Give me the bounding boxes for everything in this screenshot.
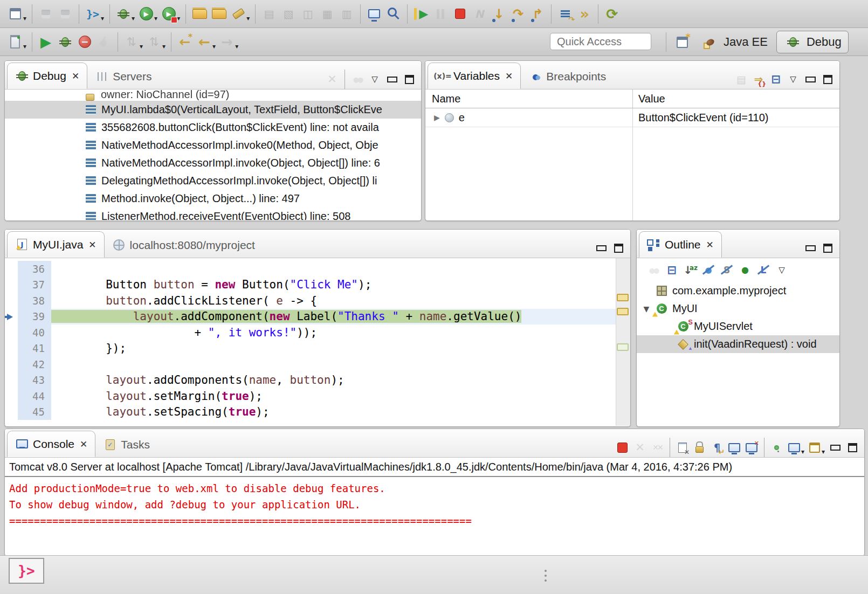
- code-cell[interactable]: Button button = new Button("Click Me");: [51, 277, 630, 293]
- line-number[interactable]: 39: [18, 309, 51, 325]
- new-wizard-icon[interactable]: [5, 4, 25, 24]
- annotation-margin[interactable]: [5, 341, 18, 357]
- outline-item[interactable]: MyUIServlet: [637, 317, 839, 335]
- maximize-icon[interactable]: [610, 238, 627, 258]
- perspective-debug[interactable]: Debug: [776, 31, 849, 53]
- tab-variables[interactable]: Variables ✕: [428, 63, 521, 89]
- export-war-icon[interactable]: [209, 4, 229, 24]
- view-menu-icon[interactable]: [784, 70, 802, 89]
- show-stdout-icon[interactable]: [726, 438, 743, 457]
- code-cell[interactable]: [51, 261, 630, 277]
- last-edit-location-icon[interactable]: [175, 32, 195, 52]
- instruction-pointer-icon[interactable]: [7, 314, 13, 320]
- terminate-icon[interactable]: [450, 4, 470, 24]
- minimize-icon[interactable]: [593, 238, 610, 258]
- close-icon[interactable]: ✕: [88, 239, 96, 250]
- debug-server-icon[interactable]: [56, 32, 75, 52]
- tab-servers[interactable]: Servers: [87, 64, 159, 89]
- expander-icon[interactable]: ▼: [642, 305, 651, 313]
- overview-ruler[interactable]: [616, 258, 630, 426]
- profile-launch-icon[interactable]: [159, 4, 178, 24]
- compile-widgetset-icon[interactable]: [83, 4, 102, 24]
- resume-icon[interactable]: [411, 4, 431, 24]
- column-divider[interactable]: [632, 108, 633, 221]
- close-icon[interactable]: ✕: [72, 71, 79, 81]
- line-number[interactable]: 42: [18, 356, 51, 372]
- hide-local-types-icon[interactable]: [754, 260, 773, 280]
- line-number[interactable]: 45: [18, 404, 51, 420]
- word-wrap-icon[interactable]: [708, 438, 726, 457]
- expander-icon[interactable]: ▶: [434, 113, 440, 122]
- occurrence-marker[interactable]: [617, 294, 629, 301]
- code-area[interactable]: 3637 Button button = new Button("Click M…: [5, 258, 630, 426]
- outline-item[interactable]: init(VaadinRequest) : void: [637, 335, 839, 353]
- code-line[interactable]: 36: [5, 261, 630, 277]
- annotation-margin[interactable]: [5, 309, 18, 325]
- maximize-icon[interactable]: [819, 70, 836, 89]
- show-logical-structures-icon[interactable]: [750, 70, 767, 89]
- tab-console[interactable]: Console ✕: [7, 431, 95, 457]
- view-menu-icon[interactable]: [773, 260, 791, 280]
- step-into-icon[interactable]: [489, 4, 508, 24]
- console-terminate-icon[interactable]: [614, 438, 631, 457]
- stack-frame[interactable]: ListenerMethod.receiveEvent(EventObject)…: [5, 208, 421, 220]
- tab-myui-java[interactable]: MyUI.java ✕: [7, 231, 105, 258]
- minimize-icon[interactable]: [383, 70, 401, 89]
- code-cell[interactable]: layout.setMargin(true);: [51, 388, 630, 404]
- use-step-filters-icon[interactable]: [575, 4, 594, 24]
- clear-console-icon[interactable]: [674, 438, 691, 457]
- outline-item[interactable]: com.example.myproject: [637, 282, 839, 300]
- line-number[interactable]: 40: [18, 324, 51, 341]
- annotation-margin[interactable]: [5, 388, 18, 404]
- annotation-margin[interactable]: [5, 293, 18, 309]
- collapse-all-icon[interactable]: [663, 260, 681, 280]
- stack-frame[interactable]: Method.invoke(Object, Object...) line: 4…: [5, 190, 421, 208]
- refresh-server-icon[interactable]: [602, 4, 622, 24]
- code-line[interactable]: 38 button.addClickListener( e -> {: [5, 293, 630, 309]
- code-cell[interactable]: layout.addComponent(new Label("Thanks " …: [51, 309, 630, 325]
- occurrence-marker[interactable]: [617, 308, 629, 315]
- tab-breakpoints[interactable]: Breakpoints: [521, 64, 614, 89]
- sort-icon[interactable]: [681, 260, 699, 280]
- occurrence-marker[interactable]: [617, 343, 629, 351]
- step-over-icon[interactable]: [508, 4, 528, 24]
- column-header-name[interactable]: Name: [425, 93, 632, 105]
- annotation-margin[interactable]: [5, 261, 18, 277]
- start-server-icon[interactable]: [36, 32, 56, 52]
- console-body[interactable]: Tomcat v8.0 Server at localhost [Apache …: [5, 458, 864, 529]
- step-return-icon[interactable]: [528, 4, 547, 24]
- code-line[interactable]: 43 layout.addComponents(name, button);: [5, 372, 630, 389]
- code-cell[interactable]: [51, 356, 630, 372]
- close-icon[interactable]: ✕: [505, 71, 513, 81]
- stack-frame[interactable]: MyUI.lambda$0(VerticalLayout, TextField,…: [5, 101, 421, 119]
- search-icon[interactable]: [229, 4, 248, 24]
- tab-localhost[interactable]: localhost:8080/myproject: [105, 232, 263, 258]
- annotation-margin[interactable]: [5, 324, 18, 341]
- stack-frame[interactable]: DelegatingMethodAccessorImpl.invoke(Obje…: [5, 172, 421, 190]
- open-perspective-icon[interactable]: [672, 32, 692, 52]
- tab-debug[interactable]: Debug ✕: [7, 63, 87, 89]
- code-line[interactable]: 42: [5, 356, 630, 372]
- display-console-icon[interactable]: [786, 438, 803, 457]
- import-war-icon[interactable]: [190, 4, 209, 24]
- hide-non-public-icon[interactable]: [736, 260, 754, 280]
- skip-all-breakpoints-icon[interactable]: [555, 4, 575, 24]
- code-cell[interactable]: button.addClickListener( e -> {: [51, 293, 630, 309]
- annotation-margin[interactable]: [5, 356, 18, 372]
- stack-frame[interactable]: NativeMethodAccessorImpl.invoke0(Method,…: [5, 136, 421, 154]
- outline-item[interactable]: ▼MyUI: [637, 300, 839, 317]
- code-cell[interactable]: });: [51, 341, 630, 357]
- back-icon[interactable]: [195, 32, 214, 52]
- tab-outline[interactable]: Outline ✕: [639, 231, 722, 258]
- minimize-icon[interactable]: [826, 438, 844, 457]
- minimize-icon[interactable]: [802, 238, 819, 258]
- drag-handle-icon[interactable]: [545, 570, 547, 572]
- quick-access-input[interactable]: [550, 33, 651, 50]
- annotation-margin[interactable]: [5, 277, 18, 293]
- annotation-margin[interactable]: [5, 372, 18, 389]
- line-number[interactable]: 38: [18, 293, 51, 309]
- minimize-icon[interactable]: [802, 70, 819, 89]
- open-console-main-icon[interactable]: [364, 4, 384, 24]
- annotation-margin[interactable]: [5, 404, 18, 420]
- magnifier-off-icon[interactable]: [384, 4, 403, 24]
